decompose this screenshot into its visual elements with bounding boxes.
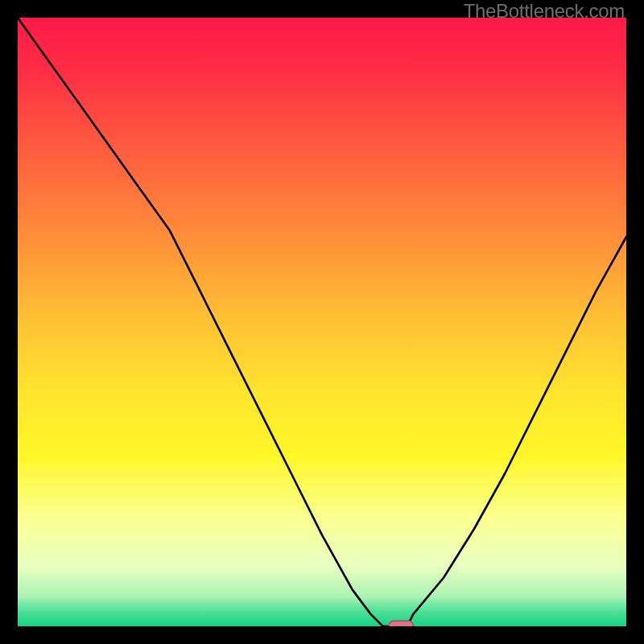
chart-svg (18, 18, 626, 626)
chart-frame: TheBottleneck.com (0, 0, 644, 644)
plot-area (18, 18, 626, 626)
watermark-text: TheBottleneck.com (464, 0, 625, 23)
optimum-marker (389, 621, 413, 626)
